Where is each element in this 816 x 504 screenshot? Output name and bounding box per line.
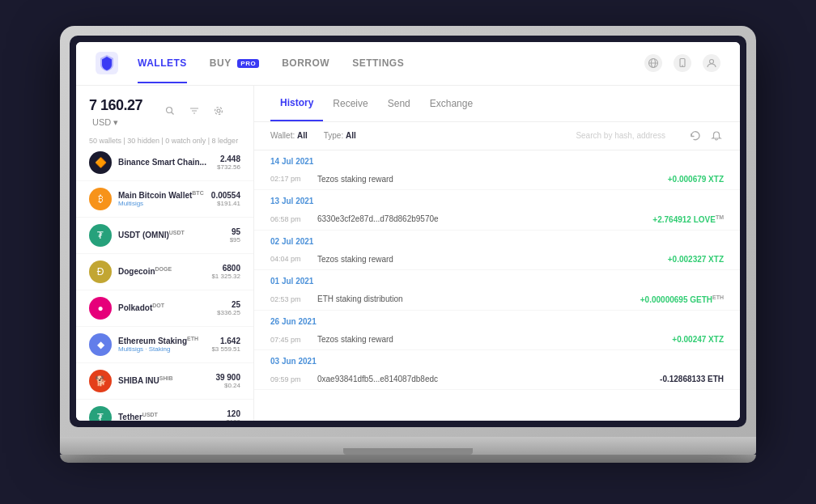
globe-icon [648, 57, 659, 69]
panel-tab-receive[interactable]: Receive [323, 87, 377, 121]
bell-icon [711, 130, 722, 142]
wallet-balance: 6800 [211, 264, 240, 273]
wallet-name: Binance Smart Chain... [118, 157, 217, 167]
history-row[interactable]: 02:17 pm Tezos staking reward +0.000679 … [254, 169, 740, 190]
wallet-icon: ● [89, 297, 112, 320]
wallet-item[interactable]: ₮ TetherUSDT 120 $120 [76, 400, 253, 421]
history-amount: +0.00000695 GETHETH [640, 294, 724, 304]
wallet-fiat: $191.41 [211, 200, 240, 207]
history-row[interactable]: 09:59 pm 0xae93841dfb5...e814087db8edc -… [254, 369, 740, 390]
wallet-ticker: USDT [169, 230, 185, 235]
wallet-amounts: 0.00554 $191.41 [211, 191, 240, 207]
type-filter[interactable]: Type: All [324, 131, 356, 140]
wallet-info: Main Bitcoin WalletBTC Multisigs [118, 190, 211, 207]
nav-tab-buy[interactable]: BUY PRO [210, 43, 259, 83]
filter-btn[interactable] [185, 102, 203, 120]
wallet-sub: Multisigs [118, 200, 211, 207]
history-amount: +2.764912 LOVETM [652, 214, 724, 224]
wallet-fiat: $0.24 [215, 382, 240, 389]
phone-icon-btn[interactable] [674, 54, 691, 72]
wallet-info: TetherUSDT [118, 412, 226, 420]
wallet-icon: ◆ [89, 333, 112, 356]
nav-tab-settings[interactable]: SETTINGS [352, 43, 404, 83]
settings-btn[interactable] [210, 102, 227, 120]
amount-sub: ETH [712, 294, 724, 300]
right-panel: HistoryReceiveSendExchange Wallet: All T… [254, 86, 740, 421]
history-row[interactable]: 07:45 pm Tezos staking reward +0.00247 X… [254, 329, 740, 350]
wallet-item[interactable]: 🐕 SHIBA INUSHIB 39 900 $0.24 [76, 363, 253, 400]
wallet-amounts: 95 $95 [230, 227, 240, 244]
wallet-fiat: $732.56 [217, 163, 240, 171]
date-group-header: 03 Jun 2021 [254, 350, 740, 369]
sidebar-header: 7 160.27 USD ▾ [76, 86, 253, 135]
globe-icon-btn[interactable] [644, 54, 662, 72]
settings-icon [214, 106, 223, 116]
history-row[interactable]: 06:58 pm 6330e3cf2e87d...d78d862b9570e +… [254, 209, 740, 231]
date-group-header: 02 Jul 2021 [254, 231, 740, 249]
wallet-ticker: BTC [192, 190, 203, 196]
nav-icons [644, 54, 720, 72]
wallet-item[interactable]: ● PolkadotDOT 25 $336.25 [76, 290, 253, 327]
wallet-item[interactable]: Ð DogecoinDOGE 6800 $1 325.32 [76, 254, 253, 290]
user-icon [706, 57, 717, 69]
wallet-ticker: SHIB [159, 375, 173, 381]
sidebar: 7 160.27 USD ▾ [76, 86, 254, 421]
date-group-header: 01 Jul 2021 [254, 270, 740, 289]
wallet-fiat: $95 [230, 236, 240, 244]
nav-bar: WALLETS BUY PRO BORROW SETTINGS [76, 42, 740, 86]
refresh-icon-btn[interactable] [688, 129, 703, 143]
history-desc: 6330e3cf2e87d...d78d862b9570e [317, 214, 652, 223]
notification-icon-btn[interactable] [709, 129, 724, 143]
wallet-fiat: $3 559.51 [211, 345, 240, 353]
refresh-icon [690, 130, 701, 142]
wallet-fiat: $336.25 [217, 309, 240, 316]
wallet-info: USDT (OMNI)USDT [118, 230, 230, 239]
buy-badge: PRO [237, 59, 259, 68]
wallet-ticker: USDT [142, 412, 158, 417]
history-row[interactable]: 04:04 pm Tezos staking reward +0.002327 … [254, 249, 740, 270]
wallet-icon: ₿ [89, 188, 112, 210]
date-group-header: 13 Jul 2021 [254, 190, 740, 209]
wallet-item[interactable]: ◆ Ethereum StakingETH Multisigs · Stakin… [76, 327, 253, 363]
balance-currency[interactable]: USD ▾ [92, 117, 118, 127]
wallet-name: Main Bitcoin WalletBTC [118, 190, 211, 200]
wallet-fiat: $120 [226, 418, 240, 421]
wallet-name: SHIBA INUSHIB [118, 375, 215, 385]
wallet-filter[interactable]: Wallet: All [270, 131, 308, 140]
wallet-amounts: 120 $120 [226, 409, 240, 421]
wallet-amounts: 39 900 $0.24 [215, 373, 240, 389]
wallet-amounts: 25 $336.25 [217, 300, 240, 316]
app-logo [96, 52, 118, 74]
screen-bezel: WALLETS BUY PRO BORROW SETTINGS [70, 36, 746, 427]
filter-bar: Wallet: All Type: All Search by hash, ad… [254, 122, 740, 150]
wallet-fiat: $1 325.32 [211, 273, 240, 280]
amount-sub: TM [716, 214, 724, 220]
history-row[interactable]: 02:53 pm ETH staking distribution +0.000… [254, 289, 740, 311]
phone-icon [677, 57, 688, 69]
nav-tab-borrow[interactable]: BORROW [282, 43, 329, 83]
wallet-item[interactable]: ₿ Main Bitcoin WalletBTC Multisigs 0.005… [76, 181, 253, 218]
nav-tab-wallets[interactable]: WALLETS [138, 43, 187, 83]
app-container: WALLETS BUY PRO BORROW SETTINGS [76, 42, 740, 421]
svg-point-7 [167, 108, 172, 113]
user-icon-btn[interactable] [703, 54, 720, 72]
search-filter[interactable]: Search by hash, address [576, 131, 665, 140]
history-time: 07:45 pm [270, 336, 311, 344]
history-time: 02:53 pm [270, 295, 311, 303]
wallet-icon: 🔶 [89, 151, 112, 174]
panel-tab-history[interactable]: History [270, 86, 323, 121]
wallet-name: PolkadotDOT [118, 303, 217, 312]
wallet-icon: 🐕 [89, 370, 112, 392]
wallet-item[interactable]: 🔶 Binance Smart Chain... 2.448 $732.56 [76, 145, 253, 181]
panel-tab-send[interactable]: Send [378, 87, 420, 121]
history-time: 04:04 pm [270, 255, 311, 263]
panel-tab-exchange[interactable]: Exchange [420, 87, 482, 121]
wallet-item[interactable]: ₮ USDT (OMNI)USDT 95 $95 [76, 218, 253, 254]
wallet-name: DogecoinDOGE [118, 266, 211, 276]
main-content: 7 160.27 USD ▾ [76, 86, 740, 421]
search-btn[interactable] [161, 102, 179, 120]
wallet-info: Ethereum StakingETH Multisigs · Staking [118, 336, 211, 353]
svg-line-8 [172, 112, 174, 115]
history-time: 06:58 pm [270, 215, 311, 223]
history-desc: ETH staking distribution [317, 294, 640, 303]
